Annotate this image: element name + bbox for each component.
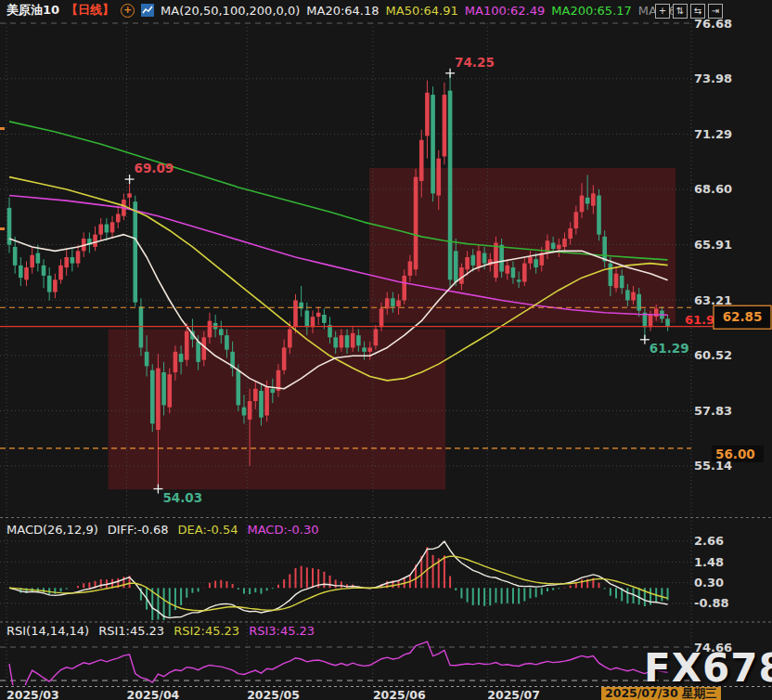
chart-canvas[interactable]: 61.9362.8556.0069.0974.2554.0361.2976.68…: [0, 0, 772, 700]
svg-text:68.60: 68.60: [694, 182, 732, 196]
svg-text:0.30: 0.30: [694, 576, 724, 590]
svg-text:55.14: 55.14: [694, 459, 732, 473]
ma50-value: MA50:64.91: [386, 4, 458, 18]
axis-labels: 76.6873.9871.2968.6065.9163.2160.5257.83…: [694, 17, 732, 655]
svg-text:63.21: 63.21: [694, 293, 732, 307]
svg-text:71.29: 71.29: [694, 127, 732, 141]
chart-toolbar: + ⇅ ⇆ ⇥: [655, 4, 723, 19]
price-annotation: 54.03: [162, 490, 202, 505]
x-axis-label: 2025/03: [6, 688, 59, 700]
macd-label-row: MACD(26,12,9) DIFF:-0.68 DEA:-0.54 MACD:…: [6, 523, 318, 537]
watermark: FX678: [644, 645, 772, 691]
price-annotation: 61.29: [650, 341, 689, 356]
ma20-value: MA20:64.18: [306, 4, 379, 18]
svg-text:73.98: 73.98: [694, 71, 732, 85]
svg-text:57.83: 57.83: [694, 404, 732, 418]
add-indicator-icon[interactable]: +: [121, 4, 135, 18]
svg-text:-0.88: -0.88: [694, 596, 728, 610]
rsi3-value: RSI3:45.23: [249, 624, 315, 638]
left-edge-marker: [0, 127, 5, 130]
price-annotation: 74.25: [455, 55, 495, 70]
rsi1-value: RSI1:45.23: [98, 624, 164, 638]
chart-window: 61.9362.8556.0069.0974.2554.0361.2976.68…: [0, 0, 772, 700]
ma200-value: MA200:65.17: [551, 4, 632, 18]
x-axis-label: 2025/06: [373, 688, 426, 700]
svg-text:2.66: 2.66: [694, 534, 724, 548]
macd-diff-line: [9, 541, 668, 617]
macd-panel: [9, 541, 668, 621]
chart-type-icon[interactable]: [141, 4, 154, 17]
macd-dea-value: DEA:-0.54: [178, 523, 238, 537]
go-to-latest-icon[interactable]: ⇥: [708, 4, 723, 19]
period-label[interactable]: 【日线】: [66, 2, 114, 19]
x-axis-label: 2025/04: [127, 688, 180, 700]
y-axis-scale-icon[interactable]: ⇅: [673, 4, 688, 19]
svg-text:1.48: 1.48: [694, 555, 724, 569]
x-axis-scale-icon[interactable]: ⇆: [690, 4, 705, 19]
left-edge-marker: [0, 227, 5, 230]
highlight-zones: [109, 168, 676, 489]
svg-text:62.85: 62.85: [723, 309, 763, 324]
rsi2-value: RSI2:45.23: [174, 624, 239, 638]
svg-text:65.91: 65.91: [694, 238, 732, 252]
rsi-label-row: RSI(14,14,14) RSI1:45.23 RSI2:45.23 RSI3…: [6, 624, 315, 638]
macd-macd-value: MACD:-0.30: [247, 523, 318, 537]
macd-diff-value: DIFF:-0.68: [108, 523, 169, 537]
ma100-value: MA100:62.49: [465, 4, 546, 18]
crosshair-icon[interactable]: +: [655, 4, 670, 19]
svg-text:60.52: 60.52: [694, 348, 732, 362]
symbol-name[interactable]: 美原油10: [6, 2, 59, 19]
ma-settings-label[interactable]: MA(20,50,100,200,0,0): [161, 4, 300, 18]
x-axis-label: 2025/05: [247, 688, 300, 700]
rsi-params-label[interactable]: RSI(14,14,14): [6, 624, 89, 638]
macd-params-label[interactable]: MACD(26,12,9): [6, 523, 98, 537]
x-axis-label: 2025/07: [487, 688, 540, 700]
price-annotation: 69.09: [135, 161, 174, 175]
